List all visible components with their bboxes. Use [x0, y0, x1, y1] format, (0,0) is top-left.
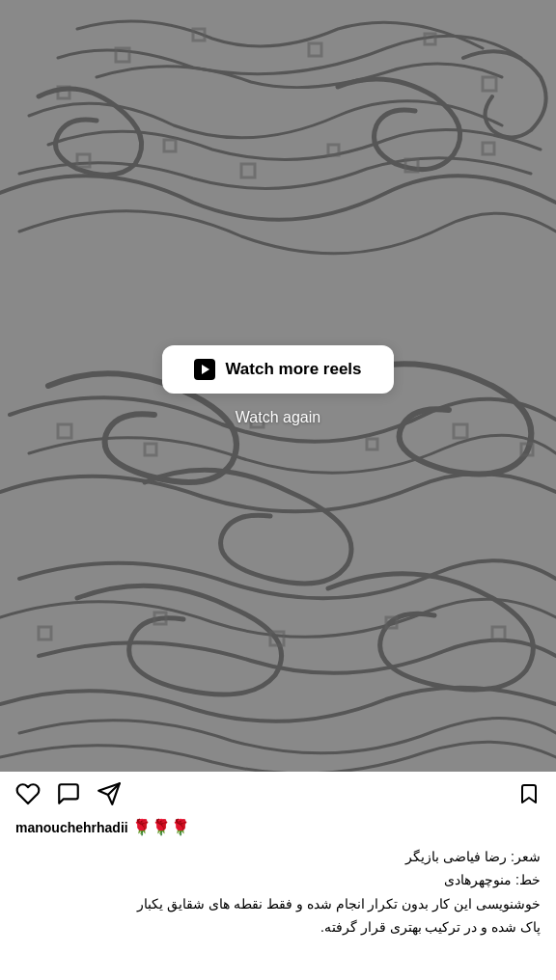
comment-icon: [56, 781, 81, 806]
reel-icon: [194, 359, 215, 380]
caption-line-4: پاک شده و در ترکیب بهتری قرار گرفته.: [15, 916, 541, 938]
bookmark-icon: [517, 782, 541, 805]
like-button[interactable]: [15, 781, 41, 806]
watch-more-reels-button[interactable]: Watch more reels: [162, 345, 394, 394]
rose-emojis: 🌹🌹🌹: [132, 818, 190, 836]
username[interactable]: manouchehrhadii: [15, 820, 128, 835]
reel-video-container: Watch more reels Watch again: [0, 0, 556, 772]
watch-more-label: Watch more reels: [225, 360, 361, 379]
share-button[interactable]: [97, 781, 122, 806]
caption-line-3: خوشنویسی این کار بدون تکرار انجام شده و …: [15, 893, 541, 914]
heart-icon: [15, 781, 41, 806]
bookmark-button[interactable]: [517, 782, 541, 805]
watch-again-button[interactable]: Watch again: [236, 409, 320, 426]
comment-button[interactable]: [56, 781, 81, 806]
post-username-row: manouchehrhadii 🌹🌹🌹: [0, 816, 556, 842]
caption-line-1: شعر: رضا فیاضی بازیگر: [15, 846, 541, 867]
reel-overlay: Watch more reels Watch again: [0, 0, 556, 772]
caption-line-2: خط: منوچهرهادی: [15, 869, 541, 890]
share-icon: [97, 781, 122, 806]
post-actions-bar: [0, 772, 556, 816]
post-caption: شعر: رضا فیاضی بازیگر خط: منوچهرهادی خوش…: [0, 842, 556, 956]
